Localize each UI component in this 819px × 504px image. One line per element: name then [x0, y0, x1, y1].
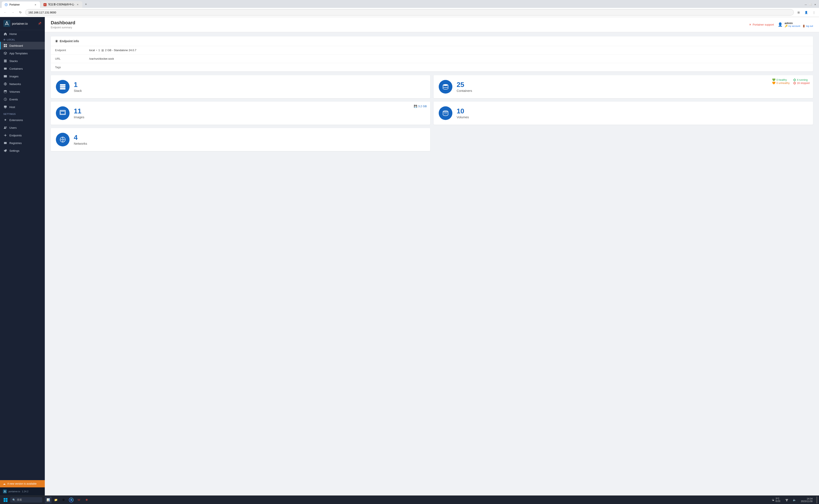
- svg-rect-46: [786, 500, 788, 500]
- stopped-icon: ⏻: [793, 81, 796, 85]
- svg-rect-31: [60, 88, 65, 90]
- start-button[interactable]: [2, 497, 9, 503]
- sidebar-item-settings[interactable]: Settings: [0, 147, 45, 155]
- tab-csdn-title: 写文章-CSDN创作中心: [48, 3, 74, 6]
- cloud-icon: ☁: [3, 482, 6, 485]
- healthy-heart-icon: 💚: [772, 78, 776, 81]
- profile-button[interactable]: 👤: [803, 9, 809, 15]
- sidebar-item-volumes[interactable]: Volumes: [0, 88, 45, 95]
- url-label: URL: [55, 57, 89, 60]
- volumes-icon-circle: [439, 106, 452, 120]
- sidebar-item-settings-label: Settings: [9, 149, 41, 152]
- refresh-button[interactable]: ↻: [17, 9, 23, 15]
- images-card[interactable]: 11 Images 💾 3.2 GB: [51, 102, 430, 125]
- taskbar-app-word[interactable]: W: [75, 497, 82, 503]
- portainer-version-name: portainer.io: [9, 490, 20, 493]
- maximize-button[interactable]: ⬜: [808, 2, 813, 7]
- images-size-value: 3.2 GB: [418, 105, 427, 108]
- sidebar-item-events[interactable]: Events: [0, 95, 45, 103]
- new-tab-button[interactable]: +: [83, 1, 89, 7]
- address-bar-row: ← → ↻ ⊞ 👤 ⋮: [0, 8, 819, 17]
- menu-button[interactable]: ⋮: [811, 9, 817, 15]
- networks-icon: [3, 82, 7, 86]
- windows-logo-icon: [3, 498, 8, 502]
- sidebar-item-home[interactable]: Home: [0, 30, 45, 38]
- endpoint-cpu-count: 1: [98, 49, 100, 52]
- taskbar-app-chrome[interactable]: [68, 497, 75, 503]
- sidebar-item-images[interactable]: Images: [0, 72, 45, 80]
- networks-icon-circle: [56, 133, 69, 146]
- svg-rect-30: [60, 86, 65, 88]
- sidebar-item-containers[interactable]: Containers: [0, 65, 45, 72]
- taskbar-search[interactable]: 🔍 搜索: [10, 497, 42, 503]
- svg-rect-47: [786, 499, 788, 500]
- sidebar-item-dashboard[interactable]: Dashboard: [0, 42, 45, 49]
- settings-icon: [3, 149, 7, 153]
- sidebar-item-endpoints[interactable]: Endpoints: [0, 131, 45, 139]
- close-button[interactable]: ✕: [813, 2, 817, 7]
- page-subtitle: Endpoint summary: [51, 26, 75, 29]
- volumes-label: Volumes: [457, 115, 469, 119]
- minimize-button[interactable]: —: [804, 2, 808, 7]
- portainer-favicon: [5, 3, 8, 6]
- svg-rect-19: [4, 108, 6, 108]
- portainer-support-link[interactable]: ✕ Portainer support: [749, 23, 774, 26]
- images-icon-circle: [56, 106, 69, 120]
- sidebar-item-networks[interactable]: Networks: [0, 80, 45, 88]
- endpoint-info-title: Endpoint info: [60, 39, 79, 43]
- sidebar-item-app-templates[interactable]: App Templates: [0, 49, 45, 57]
- svg-rect-29: [60, 84, 65, 86]
- svg-point-36: [443, 111, 448, 113]
- sidebar-pin-button[interactable]: 📌: [38, 22, 41, 25]
- tab-csdn-close[interactable]: ✕: [76, 3, 79, 6]
- stacks-svg-icon: [59, 83, 66, 90]
- volumes-card[interactable]: 10 Volumes: [434, 102, 813, 125]
- images-size-badge: 💾 3.2 GB: [414, 105, 427, 108]
- sidebar-item-extensions[interactable]: Extensions: [0, 116, 45, 124]
- sidebar-item-registries[interactable]: Registries: [0, 139, 45, 147]
- endpoint-ram-icon: ▦: [101, 49, 104, 52]
- svg-rect-9: [4, 62, 7, 62]
- tab-portainer[interactable]: Portainer ✕: [2, 1, 40, 8]
- tab-portainer-close[interactable]: ✕: [34, 3, 37, 6]
- logout-link[interactable]: 🚪 log out: [802, 25, 813, 27]
- taskbar-app-folder[interactable]: 📁: [52, 497, 59, 503]
- unhealthy-count: 0 unhealthy: [777, 82, 790, 85]
- sidebar-item-host-label: Host: [9, 105, 41, 109]
- extension-button[interactable]: ⊞: [796, 9, 802, 15]
- users-icon: [3, 126, 7, 130]
- stats-grid: 1 Stack 25 Containers: [51, 75, 813, 151]
- network-status-icon[interactable]: [784, 497, 790, 503]
- new-version-banner[interactable]: ☁ A new version is available: [0, 480, 45, 487]
- sidebar-item-endpoints-label: Endpoints: [9, 134, 41, 137]
- containers-svg-icon: [442, 83, 449, 90]
- date-display: 2023/11/30: [801, 500, 813, 503]
- networks-card[interactable]: 4 Networks: [51, 128, 430, 151]
- svg-rect-39: [4, 498, 5, 500]
- sound-icon[interactable]: 🔈: [792, 497, 797, 503]
- show-desktop-button[interactable]: [816, 497, 817, 503]
- svg-rect-4: [6, 44, 7, 45]
- tab-csdn[interactable]: C 写文章-CSDN创作中心 ✕: [40, 1, 82, 8]
- svg-rect-42: [6, 500, 7, 502]
- sidebar-item-home-label: Home: [9, 32, 41, 36]
- sidebar-item-host[interactable]: Host: [0, 103, 45, 111]
- my-account-link[interactable]: 🔑 my account: [785, 25, 800, 27]
- sidebar-item-users[interactable]: Users: [0, 124, 45, 131]
- taskbar-app-chart[interactable]: 📊: [45, 497, 52, 503]
- back-button[interactable]: ←: [2, 9, 8, 15]
- temp-value: 3°C: [776, 497, 780, 500]
- stacks-card[interactable]: 1 Stack: [51, 75, 430, 98]
- sidebar-item-app-templates-label: App Templates: [9, 52, 41, 55]
- taskbar-app-red[interactable]: ❋: [83, 497, 90, 503]
- svg-point-23: [5, 135, 6, 136]
- sidebar-logo: portainer.io 📌: [0, 17, 45, 30]
- images-label: Images: [74, 115, 84, 119]
- endpoint-label: Endpoint: [55, 49, 89, 52]
- containers-card[interactable]: 25 Containers 💚 0 healthy 🧡 0 u: [434, 75, 813, 98]
- forward-button[interactable]: →: [10, 9, 16, 15]
- address-input[interactable]: [25, 9, 794, 16]
- taskbar-right: 🌤 3°C 晴/阴 🔈 14:34 2023/11/30: [770, 497, 817, 503]
- sidebar-item-stacks[interactable]: Stacks: [0, 57, 45, 65]
- taskbar-app-settings[interactable]: ⚙: [60, 497, 67, 503]
